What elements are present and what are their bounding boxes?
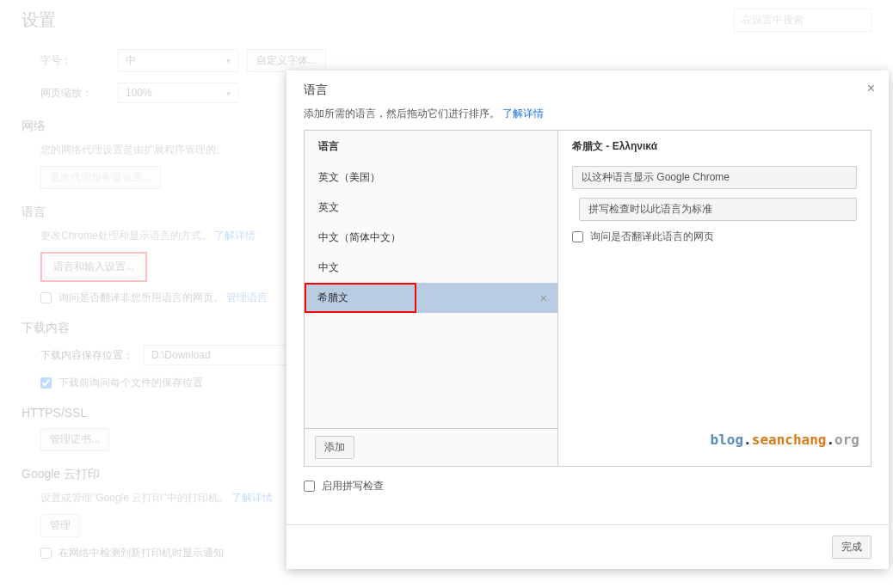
selected-lang-title: 希腊文 - Ελληνικά	[572, 139, 857, 154]
done-button[interactable]: 完成	[832, 536, 871, 559]
translate-page-label: 询问是否翻译此语言的网页	[590, 230, 714, 244]
spellcheck-standard-button[interactable]: 拼写检查时以此语言为标准	[579, 198, 857, 221]
enable-spellcheck-label: 启用拼写检查	[322, 479, 384, 493]
lang-item[interactable]: 英文（美国）	[305, 162, 557, 193]
enable-spellcheck-checkbox[interactable]	[304, 481, 315, 492]
dialog-subtitle: 添加所需的语言，然后拖动它们进行排序。	[304, 107, 500, 119]
lang-list-header: 语言	[305, 131, 557, 162]
translate-page-checkbox[interactable]	[572, 231, 583, 242]
lang-item[interactable]: 中文（简体中文）	[305, 223, 557, 253]
dialog-learn-link[interactable]: 了解详情	[502, 107, 544, 119]
lang-item[interactable]: 中文	[305, 253, 557, 283]
language-dialog: 语言 添加所需的语言，然后拖动它们进行排序。 了解详情 × 语言 英文（美国） …	[286, 70, 889, 569]
add-language-button[interactable]: 添加	[315, 436, 354, 459]
highlight-box: 希腊文	[305, 283, 416, 313]
display-chrome-button[interactable]: 以这种语言显示 Google Chrome	[572, 166, 857, 189]
close-icon[interactable]: ×	[867, 81, 875, 96]
dialog-title: 语言	[304, 83, 871, 98]
lang-item-selected[interactable]: 希腊文 ×	[305, 283, 557, 313]
watermark: blog.seanchang.org	[711, 432, 859, 448]
remove-language-icon[interactable]: ×	[540, 291, 547, 305]
lang-item[interactable]: 英文	[305, 193, 557, 223]
